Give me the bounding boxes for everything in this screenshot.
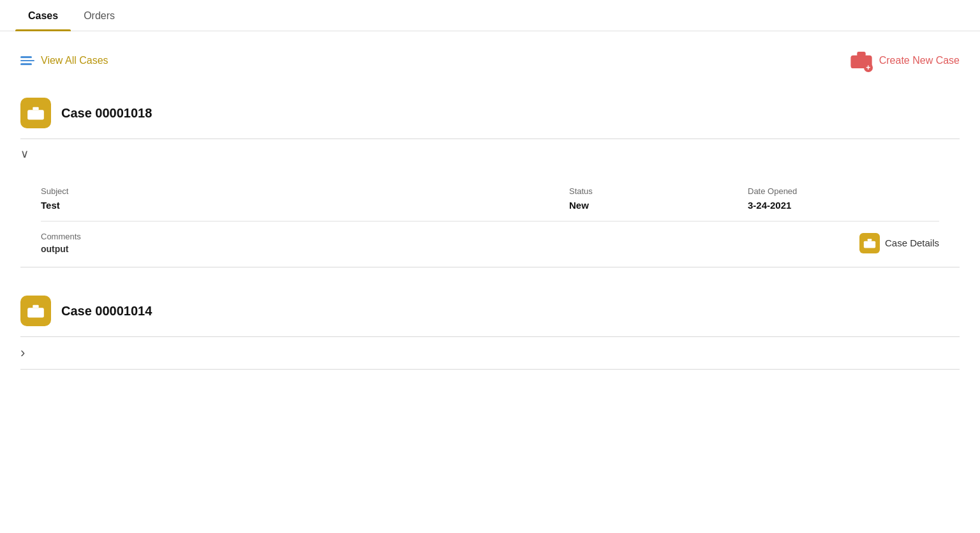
svg-rect-6	[868, 239, 872, 241]
svg-rect-3	[27, 110, 44, 119]
case-field-date: Date Opened 3-24-2021	[748, 186, 939, 211]
chevron-down-icon: ∨	[20, 147, 29, 161]
svg-rect-5	[864, 241, 875, 248]
plus-icon: +	[864, 63, 873, 72]
case-bottom-divider-1014	[20, 369, 960, 370]
case-details-icon-1018	[859, 233, 880, 253]
case-block-1014: Case 00001014 ›	[0, 283, 980, 370]
list-icon	[20, 56, 34, 65]
case-bottom-divider-1018	[20, 267, 960, 267]
chevron-right-icon: ›	[20, 345, 25, 361]
case-details-area-1018: Subject Test Status New Date Opened 3-24…	[20, 169, 960, 267]
case-header-1018: Case 00001018	[20, 85, 960, 139]
case-title-1014: Case 00001014	[61, 304, 152, 319]
view-all-cases-button[interactable]: View All Cases	[20, 55, 108, 66]
action-bar: View All Cases + Create New Case	[0, 31, 980, 85]
case-field-subject: Subject Test	[41, 186, 569, 211]
case-briefcase-icon-1014	[20, 296, 51, 326]
tab-orders[interactable]: Orders	[71, 0, 128, 31]
svg-rect-8	[33, 305, 38, 308]
case-header-divider-1018	[20, 139, 960, 139]
case-title-1018: Case 00001018	[61, 106, 152, 121]
case-toggle-1014[interactable]: ›	[20, 337, 25, 369]
case-fields-row-1018: Subject Test Status New Date Opened 3-24…	[41, 179, 939, 221]
create-case-icon: +	[850, 49, 873, 72]
svg-rect-7	[27, 308, 44, 317]
case-header-1014: Case 00001014	[20, 283, 960, 336]
case-toggle-1018[interactable]: ∨	[20, 139, 29, 169]
case-field-status: Status New	[569, 186, 748, 211]
svg-rect-4	[33, 107, 38, 110]
create-new-case-button[interactable]: + Create New Case	[850, 49, 960, 72]
case-block-1018: Case 00001018 ∨ Subject Test Status New …	[0, 85, 980, 267]
tab-cases[interactable]: Cases	[15, 0, 71, 31]
top-tabs: Cases Orders	[0, 0, 980, 31]
comments-area-1018: Comments output	[41, 232, 81, 254]
case-details-button-1018[interactable]: Case Details	[859, 233, 939, 253]
comments-row-1018: Comments output Case Details	[41, 221, 939, 267]
case-briefcase-icon-1018	[20, 98, 51, 128]
case-header-divider-1014	[20, 336, 960, 337]
